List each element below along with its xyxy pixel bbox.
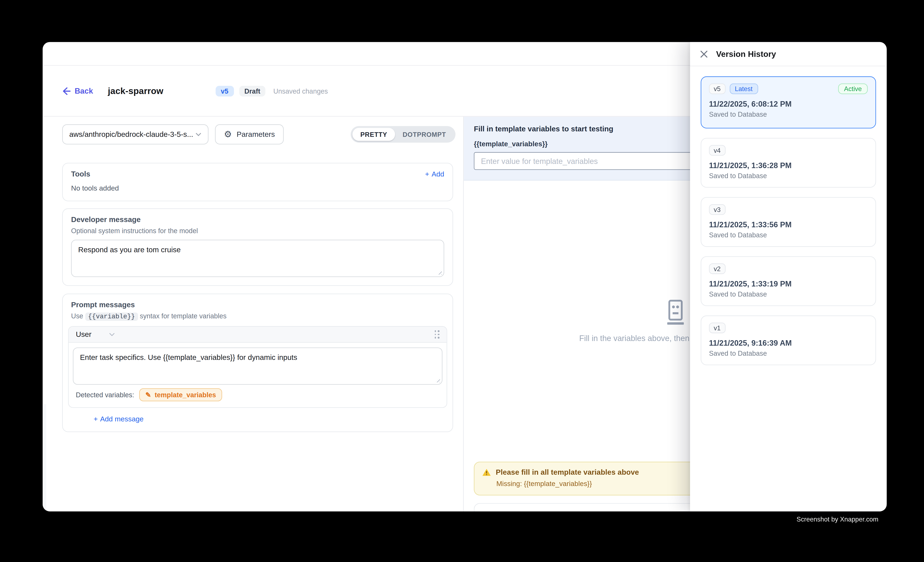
developer-message-input[interactable]: Respond as you are tom cruise	[71, 240, 444, 277]
version-history-panel: Version History v5 Latest Active 11/22/2…	[690, 42, 886, 511]
warning-title: Please fill in all template variables ab…	[496, 468, 639, 476]
version-number-badge: v5	[709, 84, 725, 94]
developer-message-title: Developer message	[71, 215, 444, 224]
toggle-pretty[interactable]: PRETTY	[352, 128, 395, 141]
version-timestamp: 11/21/2025, 1:33:56 PM	[709, 220, 868, 229]
version-badge: v5	[216, 86, 234, 96]
version-item-v4[interactable]: v4 11/21/2025, 1:36:28 PM Saved to Datab…	[701, 138, 876, 188]
drag-handle-icon[interactable]	[435, 330, 440, 338]
parameters-button[interactable]: ⚙ Parameters	[215, 124, 284, 144]
tools-card: Tools + Add No tools added	[62, 163, 453, 201]
version-list: v5 Latest Active 11/22/2025, 6:08:12 PM …	[690, 66, 886, 375]
version-timestamp: 11/22/2025, 6:08:12 PM	[709, 99, 868, 108]
back-label: Back	[75, 87, 93, 95]
version-saved-status: Saved to Database	[709, 232, 868, 239]
warning-icon	[482, 468, 491, 476]
back-button[interactable]: Back	[62, 87, 93, 95]
add-tool-label: Add	[432, 170, 444, 178]
developer-message-card: Developer message Optional system instru…	[62, 208, 453, 286]
version-history-title: Version History	[716, 49, 776, 58]
version-history-header: Version History	[690, 42, 886, 66]
version-timestamp: 11/21/2025, 1:33:19 PM	[709, 280, 868, 288]
subtitle-suffix: syntax for template variables	[140, 312, 226, 320]
version-number-badge: v1	[709, 323, 725, 333]
unsaved-changes-text: Unsaved changes	[273, 87, 328, 94]
model-toolbar: aws/anthropic/bedrock-claude-3-5-s... ⚙ …	[43, 117, 463, 152]
message-block: User Enter task specifics. Use {{templat…	[68, 326, 447, 408]
version-number-badge: v3	[709, 204, 725, 215]
draft-badge: Draft	[239, 86, 266, 96]
robot-icon	[664, 299, 686, 325]
arrow-left-icon	[62, 87, 70, 95]
version-timestamp: 11/21/2025, 9:16:39 AM	[709, 338, 868, 347]
version-number-badge: v4	[709, 145, 725, 156]
prompt-messages-subtitle: Use {{variable}} syntax for template var…	[71, 312, 444, 320]
editor-pane: aws/anthropic/bedrock-claude-3-5-s... ⚙ …	[43, 117, 464, 511]
version-saved-status: Saved to Database	[709, 350, 868, 357]
parameters-label: Parameters	[237, 130, 275, 139]
version-item-v3[interactable]: v3 11/21/2025, 1:33:56 PM Saved to Datab…	[701, 197, 876, 247]
variable-syntax-chip: {{variable}}	[85, 312, 138, 321]
prompt-messages-title: Prompt messages	[71, 301, 444, 309]
page-title: jack-sparrow	[108, 86, 164, 96]
toggle-dotprompt[interactable]: DOTPROMPT	[395, 128, 454, 141]
role-select[interactable]: User	[76, 330, 92, 338]
version-saved-status: Saved to Database	[709, 172, 868, 179]
version-timestamp: 11/21/2025, 1:36:28 PM	[709, 161, 868, 170]
screenshot-stage: Back jack-sparrow v5 Draft Unsaved chang…	[0, 0, 924, 562]
pencil-icon: ✎	[146, 391, 151, 399]
user-message-input[interactable]: Enter task specifics. Use {{template_var…	[73, 348, 442, 385]
detected-variables-row: Detected variables: ✎ template_variables	[69, 386, 447, 407]
gear-icon: ⚙	[224, 130, 232, 139]
version-item-v1[interactable]: v1 11/21/2025, 9:16:39 AM Saved to Datab…	[701, 315, 876, 365]
xnapper-credit: Screenshot by Xnapper.com	[796, 516, 878, 523]
model-select[interactable]: aws/anthropic/bedrock-claude-3-5-s...	[62, 124, 208, 144]
chevron-down-icon	[195, 133, 201, 136]
add-message-label: Add message	[100, 415, 144, 423]
latest-badge: Latest	[729, 84, 758, 94]
version-item-v5[interactable]: v5 Latest Active 11/22/2025, 6:08:12 PM …	[701, 76, 876, 129]
tools-empty-text: No tools added	[71, 184, 444, 192]
version-number-badge: v2	[709, 263, 725, 274]
version-saved-status: Saved to Database	[709, 291, 868, 298]
tools-title: Tools	[71, 170, 90, 178]
prompt-messages-card: Prompt messages Use {{variable}} syntax …	[62, 294, 453, 432]
active-badge: Active	[838, 84, 868, 94]
close-button[interactable]	[700, 50, 708, 58]
message-role-row: User	[69, 327, 447, 343]
close-icon	[700, 50, 708, 58]
model-select-value: aws/anthropic/bedrock-claude-3-5-s...	[69, 130, 193, 139]
version-saved-status: Saved to Database	[709, 111, 868, 118]
template-variable-chip[interactable]: ✎ template_variables	[140, 388, 222, 401]
plus-icon: +	[94, 415, 98, 423]
subtitle-prefix: Use	[71, 312, 83, 320]
add-tool-button[interactable]: + Add	[425, 170, 444, 178]
plus-icon: +	[425, 170, 429, 178]
view-mode-toggle: PRETTY DOTPROMPT	[351, 126, 456, 143]
left-scroll-rail	[43, 404, 46, 511]
chevron-down-icon[interactable]	[109, 333, 115, 336]
version-item-v2[interactable]: v2 11/21/2025, 1:33:19 PM Saved to Datab…	[701, 256, 876, 306]
detected-variables-label: Detected variables:	[76, 391, 134, 398]
add-message-button[interactable]: + Add message	[94, 415, 447, 423]
variable-chip-label: template_variables	[154, 391, 216, 398]
developer-message-subtitle: Optional system instructions for the mod…	[71, 227, 444, 235]
